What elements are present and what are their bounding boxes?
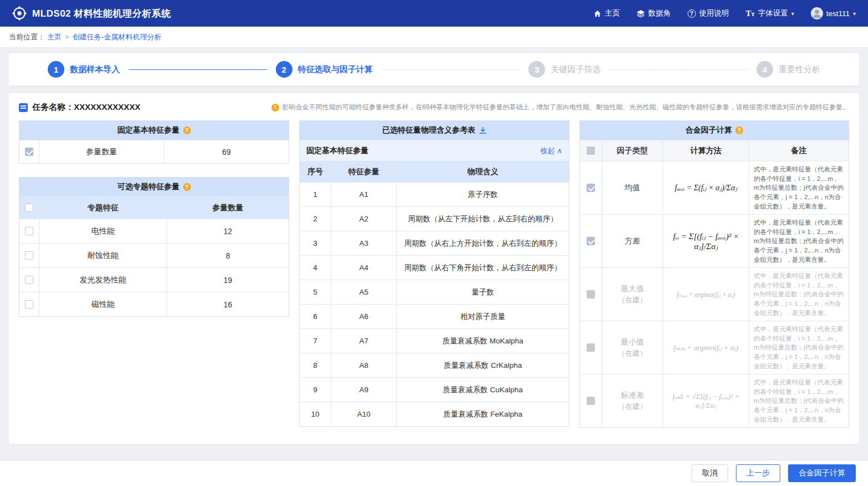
factor-table: 合金因子计算 ? 因子类型 计算方法 备注 均值 fₐᵥₑᵢ = Σ(fᵢⱼ ×… (579, 120, 849, 428)
reference-table-body: 1 A1 原子序数 2 A2 周期数（从左下开始计数，从左到右的顺序） 3 A3… (300, 182, 569, 426)
middle-column: 已选特征量物理含义参考表 固定基本特征参量 收起 ∧ 序号 特征参量 物理含义 (299, 120, 569, 431)
step-1: 1 数据样本导入 (48, 61, 120, 78)
step-connector (129, 69, 267, 70)
download-icon[interactable] (479, 126, 487, 134)
optional-checkbox[interactable] (25, 300, 33, 308)
collapse-label: 收起 (540, 146, 554, 156)
right-column: 合金因子计算 ? 因子类型 计算方法 备注 均值 fₐᵥₑᵢ = Σ(fᵢⱼ ×… (579, 120, 849, 431)
reference-section-title: 固定基本特征参量 (306, 146, 369, 156)
chevron-down-icon: ▾ (791, 11, 794, 17)
nav-font-settings[interactable]: Tт 字体设置 ▾ (746, 8, 794, 18)
reference-row: 2 A2 周期数（从左下开始计数，从左到右的顺序） (300, 206, 569, 231)
factor-formula: fₐᵥₑᵢ = Σ(fᵢⱼ × αⱼ)/Σαⱼ (663, 161, 749, 214)
factor-checkbox (587, 397, 595, 405)
reference-row: 6 A6 相对原子质量 (300, 304, 569, 328)
step-3: 3 关键因子筛选 (528, 61, 600, 78)
factor-type: 标准差 （在建） (602, 374, 663, 427)
nav-home[interactable]: 主页 (593, 8, 620, 18)
reference-row: 10 A10 质量衰减系数 FeKalpha (300, 402, 569, 426)
step-4-circle: 4 (756, 61, 773, 78)
cancel-button[interactable]: 取消 (692, 464, 728, 482)
factor-type-name: 均值 (625, 183, 640, 193)
nav-data[interactable]: 数据角 (637, 8, 671, 18)
nav-help[interactable]: ? 使用说明 (688, 8, 729, 18)
optional-param-row: 发光发热性能 19 (19, 267, 289, 292)
layers-icon (637, 9, 645, 18)
main-panel: 任务名称：XXXXXXXXXXXX ! 影响合金不同性能的可能特征参量种类多样，… (9, 93, 859, 444)
factor-formula: fᵥᵢ = Σ[(fᵢⱼ − fₐᵥₑᵢ)² × αⱼ]/Σαⱼ (663, 215, 749, 267)
reference-table-title: 已选特征量物理含义参考表 (300, 121, 569, 140)
reference-row-meaning: 周期数（从右上方开始计数，从右到左的顺序） (397, 231, 569, 255)
reference-row: 9 A9 质量衰减系数 CuKalpha (300, 377, 569, 402)
factor-col-type: 因子类型 (602, 140, 663, 161)
reference-row: 7 A7 质量衰减系数 MoKalpha (300, 328, 569, 353)
reference-row-param: A4 (331, 256, 397, 280)
brand: MLDS02 材料性能机理分析系统 (12, 6, 171, 21)
reference-row-meaning: 质量衰减系数 CuKalpha (397, 378, 569, 402)
ref-col-no: 序号 (300, 161, 331, 182)
nav-home-label: 主页 (605, 8, 620, 18)
gear-logo-icon (12, 6, 27, 21)
reference-row-meaning: 质量衰减系数 CrKalpha (397, 353, 569, 377)
notice-text: 影响合金不同性能的可能特征参量种类多样，在69种基本物理化学特征参量的基础上，增… (282, 103, 849, 112)
step-4: 4 重要性分析 (756, 61, 820, 78)
reference-row-meaning: 量子数 (397, 280, 569, 304)
factor-checkbox (587, 237, 595, 245)
reference-row-no: 6 (300, 305, 331, 328)
notice-banner: ! 影响合金不同性能的可能特征参量种类多样，在69种基本物理化学特征参量的基础上… (271, 103, 849, 112)
factor-checkbox (587, 290, 595, 298)
optional-param-row: 磁性能 16 (19, 292, 289, 316)
step-connector (609, 69, 748, 70)
optional-feature-count: 8 (167, 244, 289, 267)
select-all-checkbox[interactable] (25, 204, 33, 212)
reference-row-meaning: 质量衰减系数 FeKalpha (397, 402, 569, 426)
factor-checkbox (587, 184, 595, 192)
factor-type-name: 方差 (625, 236, 640, 246)
factor-row: 标准差 （在建） fₛₜdᵢ = √Σ[(fᵢⱼ − fₐᵥₑᵢ)² × αⱼ]… (580, 374, 849, 427)
reference-row: 5 A5 量子数 (300, 280, 569, 304)
factor-table-title: 合金因子计算 ? (580, 121, 849, 140)
optional-checkbox[interactable] (25, 276, 33, 284)
reference-row-no: 5 (300, 280, 331, 304)
reference-table: 已选特征量物理含义参考表 固定基本特征参量 收起 ∧ 序号 特征参量 物理含义 (299, 120, 569, 427)
fixed-params-title: 固定基本特征参量 ? (19, 121, 289, 140)
previous-step-button[interactable]: 上一步 (736, 464, 780, 482)
optional-checkbox[interactable] (25, 227, 33, 235)
nav-help-label: 使用说明 (699, 8, 729, 18)
optional-feature-name: 发光发热性能 (39, 268, 167, 292)
optional-param-row: 电性能 12 (19, 219, 289, 243)
reference-row-no: 9 (300, 378, 331, 402)
factor-check-cell (580, 374, 602, 427)
factor-row: 均值 fₐᵥₑᵢ = Σ(fᵢⱼ × αⱼ)/Σαⱼ 式中，是元素特征量（代表元… (580, 161, 849, 214)
optional-params-title-text: 可选专题特征参量 (118, 182, 180, 192)
collapse-toggle[interactable]: 收起 ∧ (540, 146, 562, 156)
factor-table-header: 因子类型 计算方法 备注 (580, 140, 849, 161)
reference-row-param: A5 (331, 280, 397, 304)
footer-actions: 取消 上一步 合金因子计算 (0, 460, 868, 486)
chevron-up-icon: ∧ (557, 146, 562, 155)
factor-type-tag: （在建） (618, 402, 647, 412)
optional-feature-name: 磁性能 (39, 292, 167, 316)
factor-check-cell (580, 268, 602, 321)
factor-calculate-button[interactable]: 合金因子计算 (788, 464, 856, 482)
nav-user[interactable]: test111 ▾ (811, 7, 856, 19)
question-icon[interactable]: ? (735, 126, 743, 134)
optional-check-cell (19, 292, 39, 316)
optional-params-header: 专题特征 参量数量 (19, 196, 289, 219)
chevron-down-icon: ▾ (853, 11, 856, 17)
left-column: 固定基本特征参量 ? 参量数量 69 可选专题特征参量 ? 专题特征 参量数量 (19, 120, 289, 431)
factor-formula: fₘᵢₙᵢ = argmin(fᵢⱼ × αⱼ) (663, 321, 749, 374)
breadcrumb-home-link[interactable]: 主页 (47, 32, 62, 42)
question-icon[interactable]: ? (183, 183, 191, 191)
step-2-label: 特征选取与因子计算 (298, 64, 373, 75)
fixed-params-value: 69 (164, 140, 289, 163)
factor-type-tag: （在建） (618, 295, 647, 305)
factor-note: 式中，是元素特征量（代表元素的各个特征量，i = 1，2,...m，m为特征量总… (749, 215, 849, 267)
nav-font-label: 字体设置 (758, 8, 788, 18)
help-icon: ? (688, 9, 696, 18)
question-icon[interactable]: ? (183, 126, 191, 134)
optional-checkbox[interactable] (25, 251, 33, 260)
breadcrumb-prefix: 当前位置： (9, 32, 45, 42)
reference-table-header: 序号 特征参量 物理含义 (300, 161, 569, 182)
factor-check-cell (580, 321, 602, 374)
